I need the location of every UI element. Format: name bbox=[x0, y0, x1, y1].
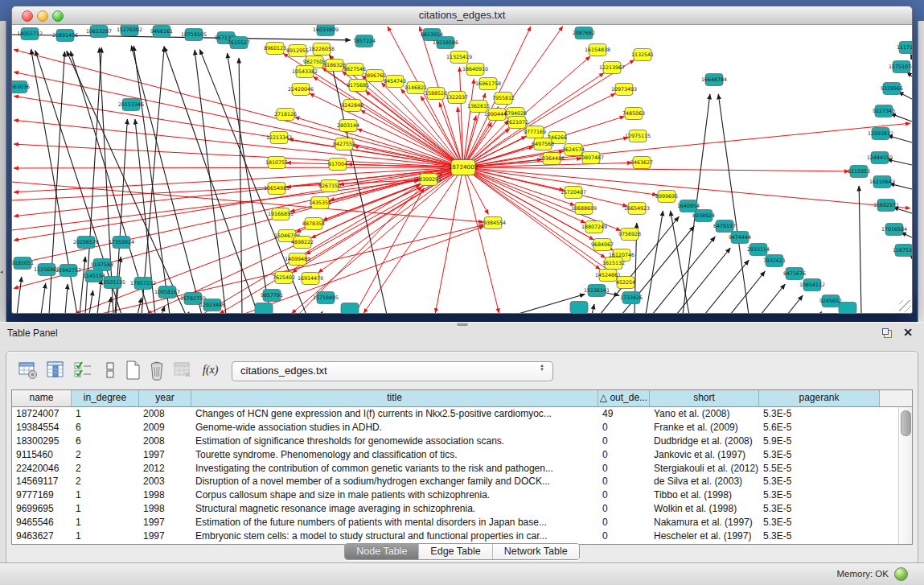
table-cell: 5.3E-5 bbox=[759, 529, 880, 543]
graph-node-label: 12923446 bbox=[199, 302, 225, 307]
column-header-name[interactable]: name bbox=[12, 390, 72, 406]
table-row[interactable]: 911546021997Tourette syndrome. Phenomeno… bbox=[12, 448, 899, 462]
create-column-icon[interactable] bbox=[122, 360, 143, 381]
table-row[interactable]: 1456911722003Disruption of a novel membe… bbox=[12, 475, 899, 488]
window-close-button[interactable] bbox=[22, 10, 33, 22]
collapse-left-icon[interactable]: ◂ bbox=[0, 269, 3, 274]
graph-node-label: 1640954 bbox=[677, 203, 700, 208]
table-cell: Dudbridge et al. (2008) bbox=[650, 435, 759, 448]
table-header-row: namein_degreeyeartitle△ out_de...shortpa… bbox=[12, 390, 912, 407]
graph-edge bbox=[646, 211, 663, 313]
table-cell: 0 bbox=[598, 448, 650, 462]
table-cell: 5.5E-5 bbox=[759, 462, 880, 476]
right-panel-divider[interactable] bbox=[918, 21, 924, 322]
tab-edge-table[interactable]: Edge Table bbox=[418, 544, 491, 559]
column-visibility-icon[interactable] bbox=[45, 360, 66, 381]
table-cell: 9115460 bbox=[12, 448, 72, 462]
graph-edge bbox=[787, 295, 803, 313]
graph-node-label: 10807487 bbox=[578, 154, 604, 160]
graph-node-label: 10719105 bbox=[181, 31, 207, 37]
graph-edge bbox=[704, 260, 749, 313]
window-zoom-button[interactable] bbox=[52, 10, 64, 22]
graph-node-label: 1117104 bbox=[897, 44, 912, 50]
graph-node-label: 16782759 bbox=[180, 295, 206, 301]
graph-edge bbox=[761, 284, 785, 313]
table-cell: Stergiakouli et al. (2012) bbox=[650, 462, 759, 476]
graph-node-label: 6794028 bbox=[504, 110, 527, 116]
graph-edge bbox=[195, 50, 226, 313]
graph-edge bbox=[80, 257, 85, 313]
float-panel-icon[interactable] bbox=[882, 328, 892, 338]
column-header-title[interactable]: title bbox=[191, 390, 598, 406]
graph-edge bbox=[819, 311, 822, 313]
graph-node[interactable] bbox=[839, 303, 856, 314]
function-builder-icon[interactable]: f(x) bbox=[203, 360, 224, 381]
column-header-in_degree[interactable]: in_degree bbox=[72, 390, 139, 406]
graph-node-label: 16914479 bbox=[298, 275, 323, 281]
graph-edge bbox=[888, 135, 912, 142]
graph-node-label: 1810755 bbox=[265, 159, 288, 165]
column-header-pagerank[interactable]: pagerank bbox=[759, 390, 880, 406]
table-scrollbar-thumb[interactable] bbox=[901, 410, 911, 436]
window-titlebar[interactable]: citations_edges.txt bbox=[12, 6, 912, 25]
graph-node-label: 15718485 bbox=[313, 295, 339, 300]
graph-node-label: 2803144 bbox=[337, 122, 359, 128]
graph-node-label: 20891406 bbox=[52, 32, 78, 38]
graph-node-label: 9242848 bbox=[341, 102, 363, 108]
graph-node-label: 19384554 bbox=[480, 220, 506, 225]
graph-node[interactable] bbox=[255, 303, 273, 314]
graph-node-label: 8186328 bbox=[323, 62, 346, 68]
table-cell: Estimation of the future numbers of pati… bbox=[191, 516, 598, 529]
table-row[interactable]: 1872400712008Changes of HCN gene express… bbox=[12, 407, 899, 421]
graph-node[interactable] bbox=[570, 302, 588, 314]
tab-node-table[interactable]: Node Table bbox=[345, 544, 418, 559]
table-row[interactable]: 2242004622012Investigating the contribut… bbox=[12, 462, 899, 476]
graph-node-label: 8878354 bbox=[302, 220, 325, 226]
table-cell: 0 bbox=[598, 435, 650, 448]
column-header-year[interactable]: year bbox=[139, 390, 191, 406]
table-row[interactable]: 1830029562008Estimation of significance … bbox=[12, 435, 899, 448]
graph-node-label: 7615527 bbox=[228, 39, 250, 45]
table-row[interactable]: 946362711997Embryonic stem cells: a mode… bbox=[12, 529, 899, 543]
table-cell: 9777169 bbox=[12, 488, 72, 502]
table-mode-icon[interactable] bbox=[18, 360, 39, 381]
table-scrollbar[interactable] bbox=[898, 407, 912, 544]
table-cell: 9463627 bbox=[12, 529, 72, 543]
table-source-select[interactable]: citations_edges.txt ▲▼ bbox=[232, 361, 553, 381]
network-canvas[interactable]: 1405571220891406106532871527600294661611… bbox=[12, 25, 912, 313]
table-row[interactable]: 946554611997Estimation of the future num… bbox=[12, 516, 899, 529]
graph-edge bbox=[14, 120, 463, 167]
table-row[interactable]: 1938455462009Genome-wide association stu… bbox=[12, 421, 899, 435]
table-cell: de Silva et al. (2003) bbox=[650, 475, 759, 488]
table-cell: Jankovic et al. (1997) bbox=[650, 448, 759, 462]
graph-node-label: 2063036 bbox=[12, 84, 30, 89]
table-row[interactable]: 977716911998Corpus callosum shape and si… bbox=[12, 488, 899, 502]
table-cell: 9699695 bbox=[12, 502, 72, 516]
delete-column-icon[interactable] bbox=[146, 360, 167, 381]
memory-ok-indicator bbox=[894, 567, 908, 581]
close-panel-icon[interactable]: ✕ bbox=[903, 326, 913, 339]
graph-node-label: 14055712 bbox=[17, 31, 43, 36]
graph-node-label: 2087682 bbox=[573, 30, 595, 35]
column-header-short[interactable]: short bbox=[650, 390, 759, 406]
window-minimize-button[interactable] bbox=[37, 10, 48, 22]
graph-node-label: 7857224 bbox=[353, 38, 376, 43]
graph-edge bbox=[14, 50, 463, 167]
graph-edge bbox=[239, 58, 242, 313]
graph-edge bbox=[890, 113, 912, 122]
network-graph[interactable]: 1405571220891406106532871527600294661611… bbox=[12, 25, 912, 313]
table-cell: 2 bbox=[72, 448, 139, 462]
checklist-icon[interactable] bbox=[72, 360, 93, 381]
row-height-icon[interactable] bbox=[100, 360, 121, 381]
table-cell: 14569117 bbox=[12, 475, 72, 488]
graph-node-label: 9756928 bbox=[618, 231, 641, 237]
graph-node-label: 11325419 bbox=[446, 54, 472, 60]
graph-node-label: 8471676 bbox=[783, 270, 806, 276]
table-row[interactable]: 969969511998Structural magnetic resonanc… bbox=[12, 502, 899, 516]
column-header-out_de[interactable]: △ out_de... bbox=[598, 390, 650, 406]
graph-edge bbox=[435, 167, 463, 313]
tab-network-table[interactable]: Network Table bbox=[492, 544, 579, 559]
graph-node[interactable] bbox=[341, 303, 359, 314]
left-panel-divider[interactable]: ◂ bbox=[0, 21, 6, 322]
window-resize-grip[interactable] bbox=[899, 300, 911, 312]
